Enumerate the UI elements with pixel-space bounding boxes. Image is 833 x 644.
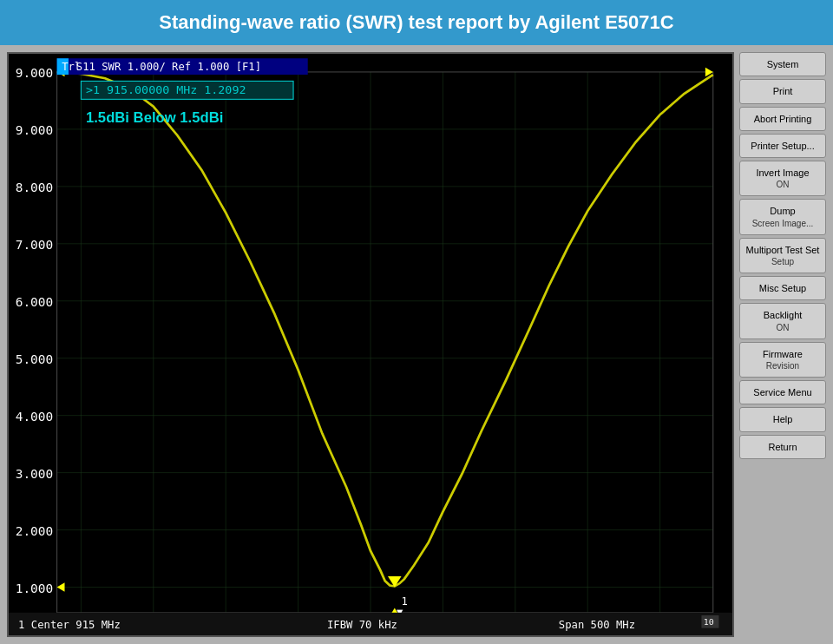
misc-setup-button[interactable]: Misc Setup: [739, 276, 826, 300]
svg-text:6.000: 6.000: [16, 295, 53, 309]
svg-text:9.000: 9.000: [16, 124, 53, 138]
page-title: Standing-wave ratio (SWR) test report by…: [159, 11, 673, 34]
svg-text:1.000: 1.000: [16, 582, 53, 595]
dump-screen-button[interactable]: DumpScreen Image...: [739, 199, 826, 234]
invert-image-button[interactable]: Invert ImageON: [739, 161, 826, 196]
svg-text:3.000: 3.000: [16, 467, 53, 481]
svg-text:S11  SWR 1.000/ Ref 1.000 [F1]: S11 SWR 1.000/ Ref 1.000 [F1]: [76, 61, 261, 73]
right-panel: System Print Abort Printing Printer Setu…: [739, 52, 826, 637]
svg-text:Span 500 MHz: Span 500 MHz: [559, 619, 635, 631]
main-content: 9.000 9.000 8.000 7.000 6.000 5.000 4.00…: [0, 45, 833, 644]
svg-text:9.000: 9.000: [16, 67, 53, 81]
svg-text:5.000: 5.000: [16, 352, 53, 366]
return-button[interactable]: Return: [739, 435, 826, 459]
svg-text:1  Center 915 MHz: 1 Center 915 MHz: [18, 619, 121, 631]
service-menu-button[interactable]: Service Menu: [739, 380, 826, 404]
print-button[interactable]: Print: [739, 79, 826, 103]
help-button[interactable]: Help: [739, 407, 826, 431]
svg-text:10: 10: [704, 618, 714, 628]
printer-setup-button[interactable]: Printer Setup...: [739, 134, 826, 158]
svg-text:IFBW 70 kHz: IFBW 70 kHz: [327, 619, 397, 631]
title-bar: Standing-wave ratio (SWR) test report by…: [0, 0, 833, 45]
abort-printing-button[interactable]: Abort Printing: [739, 107, 826, 131]
svg-text:4.000: 4.000: [16, 410, 53, 424]
svg-text:2.000: 2.000: [16, 524, 53, 538]
system-button[interactable]: System: [739, 52, 826, 76]
chart-container: 9.000 9.000 8.000 7.000 6.000 5.000 4.00…: [7, 52, 734, 637]
multiport-test-button[interactable]: Multiport Test SetSetup: [739, 238, 826, 273]
svg-text:1.5dBi Below 1.5dBi: 1.5dBi Below 1.5dBi: [86, 109, 223, 124]
svg-text:8.000: 8.000: [16, 181, 53, 195]
backlight-button[interactable]: BacklightON: [739, 303, 826, 338]
svg-text:>1   915.00000 MHz   1.2092: >1 915.00000 MHz 1.2092: [86, 83, 246, 96]
svg-text:7.000: 7.000: [16, 238, 53, 252]
firmware-revision-button[interactable]: FirmwareRevision: [739, 342, 826, 378]
